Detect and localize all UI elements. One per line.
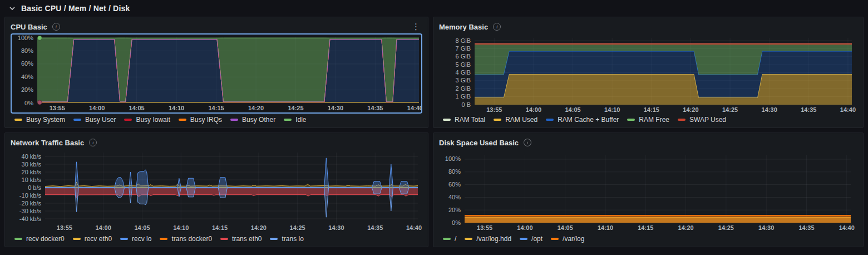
legend-item[interactable]: trans docker0 bbox=[160, 235, 212, 243]
svg-text:14:10: 14:10 bbox=[598, 224, 613, 231]
legend-label: Busy Iowait bbox=[136, 116, 170, 124]
svg-text:14:40: 14:40 bbox=[840, 106, 856, 113]
svg-text:0%: 0% bbox=[24, 100, 33, 106]
series-color-swatch bbox=[14, 238, 22, 240]
svg-text:4 GiB: 4 GiB bbox=[455, 69, 471, 76]
series-color-swatch bbox=[14, 119, 22, 121]
legend-label: Busy System bbox=[26, 116, 65, 124]
memory-chart[interactable]: 0 B1 GiB2 GiB3 GiB4 GiB5 GiB6 GiB7 GiB8 … bbox=[439, 33, 857, 115]
svg-text:60%: 60% bbox=[448, 181, 461, 188]
svg-text:14:35: 14:35 bbox=[801, 106, 816, 113]
svg-text:30 kb/s: 30 kb/s bbox=[22, 161, 42, 168]
cpu-chart-focus-ring: 0%20%40%60%80%100%13:5514:0014:0514:1014… bbox=[11, 33, 422, 114]
svg-text:0 B: 0 B bbox=[461, 101, 471, 108]
legend-item[interactable]: /opt bbox=[520, 235, 542, 243]
svg-text:14:00: 14:00 bbox=[89, 105, 105, 111]
memory-legend: RAM TotalRAM UsedRAM Cache + BufferRAM F… bbox=[439, 114, 857, 126]
svg-text:14:15: 14:15 bbox=[212, 224, 228, 231]
legend-label: recv lo bbox=[132, 235, 151, 243]
svg-text:60%: 60% bbox=[21, 60, 33, 67]
info-icon[interactable]: i bbox=[89, 139, 97, 146]
info-icon[interactable]: i bbox=[52, 23, 60, 31]
svg-text:14:25: 14:25 bbox=[290, 224, 305, 231]
cpu-chart[interactable]: 0%20%40%60%80%100%13:5514:0014:0514:1014… bbox=[12, 35, 421, 112]
memory-panel-header: Memory Basic i bbox=[439, 20, 857, 33]
legend-item[interactable]: Busy User bbox=[73, 116, 116, 124]
legend-label: trans docker0 bbox=[171, 235, 212, 243]
svg-text:14:10: 14:10 bbox=[173, 224, 189, 231]
svg-text:2 GiB: 2 GiB bbox=[455, 85, 471, 92]
panel-memory: Memory Basic i 0 B1 GiB2 GiB3 GiB4 GiB5 … bbox=[433, 17, 864, 128]
series-color-swatch bbox=[220, 238, 228, 240]
series-color-swatch bbox=[230, 119, 238, 121]
svg-text:3 GiB: 3 GiB bbox=[455, 77, 471, 84]
disk-panel-header: Disk Space Used Basic i bbox=[439, 136, 857, 149]
legend-label: /var/log.hdd bbox=[476, 235, 511, 243]
legend-label: recv docker0 bbox=[26, 235, 65, 243]
legend-item[interactable]: RAM Used bbox=[494, 116, 537, 124]
svg-text:20%: 20% bbox=[448, 207, 461, 213]
disk-chart[interactable]: 0%20%40%60%80%100%13:5514:0014:0514:1014… bbox=[439, 149, 857, 233]
series-color-swatch bbox=[551, 238, 559, 240]
svg-text:20%: 20% bbox=[21, 86, 33, 93]
svg-text:10 kb/s: 10 kb/s bbox=[22, 176, 42, 183]
info-icon[interactable]: i bbox=[493, 23, 501, 31]
series-color-swatch bbox=[179, 119, 186, 121]
legend-item[interactable]: SWAP Used bbox=[678, 116, 726, 124]
legend-label: Busy Other bbox=[242, 116, 275, 124]
panel-menu-icon[interactable]: ⋮ bbox=[410, 23, 422, 31]
legend-label: Busy IRQs bbox=[190, 116, 222, 124]
legend-label: recv eth0 bbox=[85, 235, 112, 243]
svg-text:13:55: 13:55 bbox=[57, 224, 72, 231]
svg-text:14:40: 14:40 bbox=[839, 224, 855, 231]
legend-item[interactable]: Idle bbox=[284, 116, 306, 124]
legend-item[interactable]: /var/log bbox=[551, 235, 584, 243]
legend-item[interactable]: Busy Other bbox=[230, 116, 275, 124]
svg-text:-20 kb/s: -20 kb/s bbox=[19, 200, 42, 207]
series-color-swatch bbox=[160, 238, 167, 240]
legend-item[interactable]: recv docker0 bbox=[14, 235, 65, 243]
legend-item[interactable]: trans eth0 bbox=[220, 235, 262, 243]
cpu-panel-title[interactable]: CPU Basic bbox=[11, 23, 47, 31]
network-chart-wrap: 40 kb/s30 kb/s20 kb/s10 kb/s0 b/s-10 kb/… bbox=[11, 149, 422, 233]
svg-text:20 kb/s: 20 kb/s bbox=[22, 169, 42, 175]
network-chart[interactable]: 40 kb/s30 kb/s20 kb/s10 kb/s0 b/s-10 kb/… bbox=[11, 149, 422, 233]
svg-text:14:15: 14:15 bbox=[208, 105, 224, 111]
legend-item[interactable]: Busy System bbox=[14, 116, 65, 124]
legend-label: Idle bbox=[295, 116, 306, 124]
network-legend: recv docker0recv eth0recv lotrans docker… bbox=[11, 233, 422, 245]
svg-text:14:25: 14:25 bbox=[288, 105, 303, 111]
legend-item[interactable]: Busy Iowait bbox=[124, 116, 170, 124]
info-icon[interactable]: i bbox=[524, 139, 531, 146]
svg-text:80%: 80% bbox=[448, 168, 461, 175]
legend-item[interactable]: recv eth0 bbox=[73, 235, 112, 243]
legend-item[interactable]: / bbox=[443, 235, 456, 243]
svg-text:14:15: 14:15 bbox=[638, 224, 653, 231]
legend-item[interactable]: RAM Cache + Buffer bbox=[546, 116, 619, 124]
legend-item[interactable]: RAM Free bbox=[627, 116, 669, 124]
svg-text:-40 kb/s: -40 kb/s bbox=[19, 215, 42, 222]
dashboard-row-header[interactable]: Basic CPU / Mem / Net / Disk bbox=[0, 0, 868, 14]
legend-item[interactable]: trans lo bbox=[270, 235, 303, 243]
svg-text:7 GiB: 7 GiB bbox=[455, 45, 471, 52]
svg-text:6 GiB: 6 GiB bbox=[455, 53, 471, 60]
svg-text:-10 kb/s: -10 kb/s bbox=[19, 192, 42, 199]
svg-text:14:20: 14:20 bbox=[251, 224, 267, 231]
network-panel-title[interactable]: Network Traffic Basic bbox=[11, 139, 84, 147]
legend-item[interactable]: Busy IRQs bbox=[179, 116, 222, 124]
legend-item[interactable]: /var/log.hdd bbox=[465, 235, 511, 243]
svg-text:5 GiB: 5 GiB bbox=[455, 61, 471, 68]
disk-panel-title[interactable]: Disk Space Used Basic bbox=[439, 139, 519, 147]
svg-text:40%: 40% bbox=[448, 194, 461, 200]
svg-text:80%: 80% bbox=[21, 47, 33, 54]
legend-item[interactable]: recv lo bbox=[120, 235, 151, 243]
legend-label: RAM Free bbox=[639, 116, 669, 124]
svg-text:8 GiB: 8 GiB bbox=[455, 37, 471, 44]
series-color-swatch bbox=[120, 238, 128, 240]
legend-label: Busy User bbox=[85, 116, 116, 124]
svg-text:100%: 100% bbox=[445, 155, 461, 162]
memory-panel-title[interactable]: Memory Basic bbox=[439, 23, 488, 31]
svg-text:14:30: 14:30 bbox=[762, 106, 777, 113]
legend-label: SWAP Used bbox=[689, 116, 726, 124]
legend-item[interactable]: RAM Total bbox=[443, 116, 485, 124]
